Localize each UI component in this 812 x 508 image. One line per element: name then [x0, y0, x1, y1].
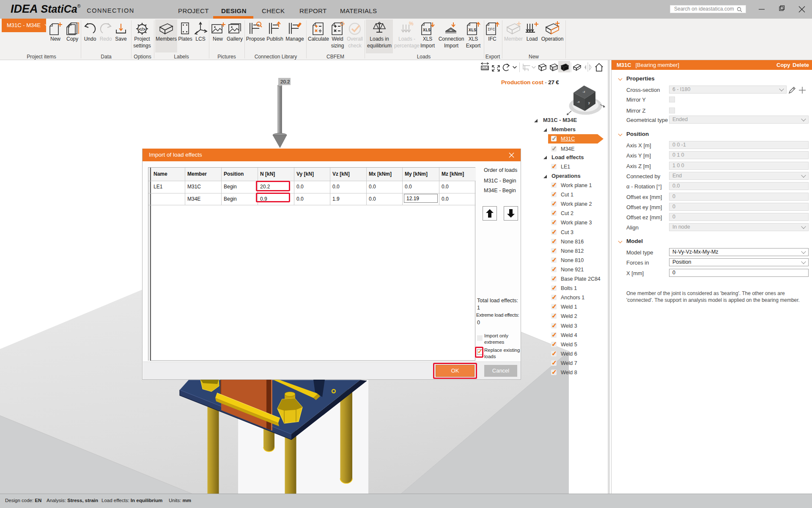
svg-text:XLS: XLS [423, 28, 431, 33]
svg-text:y: y [588, 101, 590, 105]
svg-text:-x: -x [577, 100, 580, 104]
svg-text:XLS: XLS [469, 28, 476, 33]
svg-text:IFC: IFC [488, 27, 495, 32]
svg-text:</>: </> [139, 27, 145, 32]
svg-text:20.2: 20.2 [280, 79, 290, 84]
svg-text:%: % [409, 21, 414, 27]
svg-text:-z: -z [582, 90, 585, 94]
